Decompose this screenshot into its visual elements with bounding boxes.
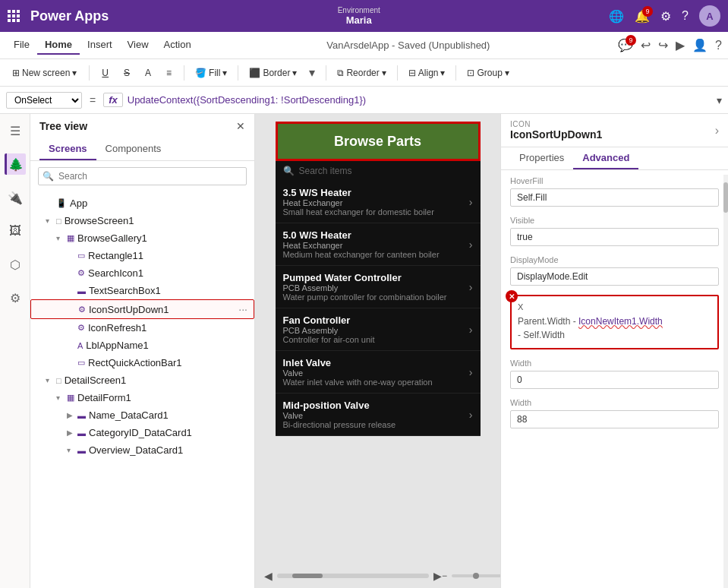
fill-dropdown[interactable]: 🪣 Fill ▾ [191,66,232,80]
prop-width2-value[interactable]: 88 [510,410,719,428]
right-tabs: Properties Advanced [501,147,728,170]
align-button[interactable]: ≡ [160,65,178,81]
tree-item-iconsortupdown1[interactable]: ⚙ IconSortUpDown1 ··· [30,299,254,319]
border-dropdown[interactable]: ⬛ Border ▾ [244,66,301,80]
new-screen-button[interactable]: ⊞ New screen ▾ [6,65,83,81]
help-icon[interactable]: ? [682,9,689,23]
reorder-dropdown[interactable]: ⧉ Reorder ▾ [332,66,390,80]
tree-tab-components[interactable]: Components [96,138,171,160]
strikethrough-button[interactable]: S [118,65,136,81]
group-dropdown[interactable]: ⊡ Group ▾ [462,66,513,80]
left-home-icon[interactable]: ☰ [5,120,26,141]
left-components-icon[interactable]: ⬡ [5,254,26,275]
fx-button[interactable]: fx [103,93,123,107]
tree-item-iconrefresh1[interactable]: ⚙ IconRefresh1 [30,319,254,337]
detailform1-chevron: ▾ [56,394,64,402]
right-header-content: ICON IconSortUpDown1 [510,120,602,141]
tree-item-browsescreen1[interactable]: ▾ □ BrowseScreen1 [30,212,254,229]
phone-item-arrow-3: › [469,324,473,336]
comment-badge: 9 [626,35,636,46]
tree-item-textsearchbox1[interactable]: ▬ TextSearchBox1 [30,282,254,299]
prop-visible: Visible true [510,216,719,246]
phone-list-item-0[interactable]: 3.5 W/S Heater Heat Exchanger Small heat… [276,181,481,223]
right-tab-properties[interactable]: Properties [510,147,573,169]
help-menu-icon[interactable]: ? [715,39,722,52]
right-panel-header: ICON IconSortUpDown1 › [501,114,728,147]
tree-item-detailform1[interactable]: ▾ ▦ DetailForm1 [30,389,254,406]
phone-frame: Browse Parts 🔍 Search items 3.5 W/S Heat… [276,122,481,436]
zoom-minus[interactable]: − [442,571,447,581]
tree-search-icon: 🔍 [43,171,54,182]
left-treeview-icon[interactable]: 🌲 [5,153,26,175]
settings-icon[interactable]: ⚙ [660,9,671,24]
prop-width-value[interactable]: 0 [510,371,719,389]
tree-item-rectangle11[interactable]: ▭ Rectangle11 [30,247,254,264]
canvas-scrollbar[interactable] [277,574,429,578]
prop-hoverfill-value[interactable]: Self.Fill [510,188,719,207]
tree-tab-screens[interactable]: Screens [39,138,96,160]
tree-item-overview-datacard1[interactable]: ▾ ▬ Overview_DataCard1 [30,441,254,459]
tree-search-input[interactable] [38,167,247,185]
align-icon: ≡ [166,68,172,78]
tree-item-lblappname1[interactable]: A LblAppName1 [30,337,254,354]
border-label: Border [263,68,290,78]
left-datasource-icon[interactable]: 🔌 [5,187,26,208]
right-scrollbar-track [723,175,728,588]
right-panel-expand-icon[interactable]: › [715,124,719,138]
phone-item-title-5: Mid-position Valve [283,400,396,411]
prop-visible-value[interactable]: true [510,228,719,246]
left-tools-icon[interactable]: ⚙ [5,287,26,308]
tree-item-browsegallery1[interactable]: ▾ ▦ BrowseGallery1 [30,229,254,247]
play-icon[interactable]: ▶ [676,38,685,52]
iconrefresh1-icon: ⚙ [77,323,85,333]
prop-x-formula[interactable]: Parent.Width - IconNewItem1.Width- Self.… [518,315,711,342]
zoom-right-arrow[interactable]: ▶ [433,570,442,582]
iconsortupdown1-more-icon[interactable]: ··· [238,303,247,315]
zoom-left-arrow[interactable]: ◀ [264,570,273,582]
left-media-icon[interactable]: 🖼 [5,220,26,242]
menu-view[interactable]: View [120,36,156,55]
tree-item-name-datacard1[interactable]: ▶ ▬ Name_DataCard1 [30,406,254,424]
formula-input[interactable] [128,94,712,106]
tree-item-app[interactable]: 📱 App [30,194,254,212]
toolbar: ⊞ New screen ▾ U S A ≡ 🪣 Fill ▾ ⬛ Border… [0,59,728,87]
prop-displaymode-value[interactable]: DisplayMode.Edit [510,267,719,286]
prop-x-error-box: ✕ X Parent.Width - IconNewItem1.Width- S… [510,295,719,349]
menu-action[interactable]: Action [156,36,199,55]
tree-close-button[interactable]: ✕ [236,120,245,132]
property-select[interactable]: OnSelect [6,92,82,109]
tree-item-searchicon1[interactable]: ⚙ SearchIcon1 [30,264,254,282]
phone-list-item-1[interactable]: 5.0 W/S Heater Heat Exchanger Medium hea… [276,223,481,266]
categoryid-datacard1-chevron: ▶ [67,428,74,437]
tree-item-detailscreen1[interactable]: ▾ □ DetailScreen1 [30,371,254,389]
tree-item-rectquickactionbar1[interactable]: ▭ RectQuickActionBar1 [30,354,254,371]
menu-home[interactable]: Home [37,36,80,55]
undo-icon[interactable]: ↩ [641,38,651,52]
apps-grid-icon[interactable] [8,10,20,22]
phone-header: Browse Parts [276,122,481,161]
phone-list-item-4[interactable]: Inlet Valve Valve Water inlet valve with… [276,351,481,394]
phone-list-item-2[interactable]: Pumped Water Controller PCB Assembly Wat… [276,266,481,308]
text-format-button[interactable]: A [139,65,157,81]
menu-insert[interactable]: Insert [80,36,120,55]
align-icon2: ⊟ [408,68,416,78]
redo-icon[interactable]: ↪ [658,38,668,52]
phone-list-item-3[interactable]: Fan Controller PCB Assembly Controller f… [276,308,481,351]
toolbar-sep-4 [326,65,326,81]
phone-item-desc-3: Controller for air-con unit [283,335,375,344]
share-icon[interactable]: 👤 [692,38,708,52]
right-tab-advanced[interactable]: Advanced [573,147,638,169]
phone-item-arrow-0: › [469,196,473,208]
phone-item-title-2: Pumped Water Controller [283,272,447,283]
tree-item-categoryid-datacard1[interactable]: ▶ ▬ CategoryID_DataCard1 [30,424,254,441]
avatar[interactable]: A [699,5,720,27]
menu-file[interactable]: File [6,36,37,55]
underline-button[interactable]: U [96,65,115,81]
iconsortupdown1-icon: ⚙ [78,305,86,315]
border-extra-icon[interactable]: ▾ [304,64,320,81]
align-dropdown[interactable]: ⊟ Align ▾ [404,66,450,80]
categoryid-datacard1-icon: ▬ [77,428,86,438]
phone-list-item-5[interactable]: Mid-position Valve Valve Bi-directional … [276,394,481,436]
formula-expand-icon[interactable]: ▾ [717,94,722,106]
phone-item-content-5: Mid-position Valve Valve Bi-directional … [283,400,396,429]
